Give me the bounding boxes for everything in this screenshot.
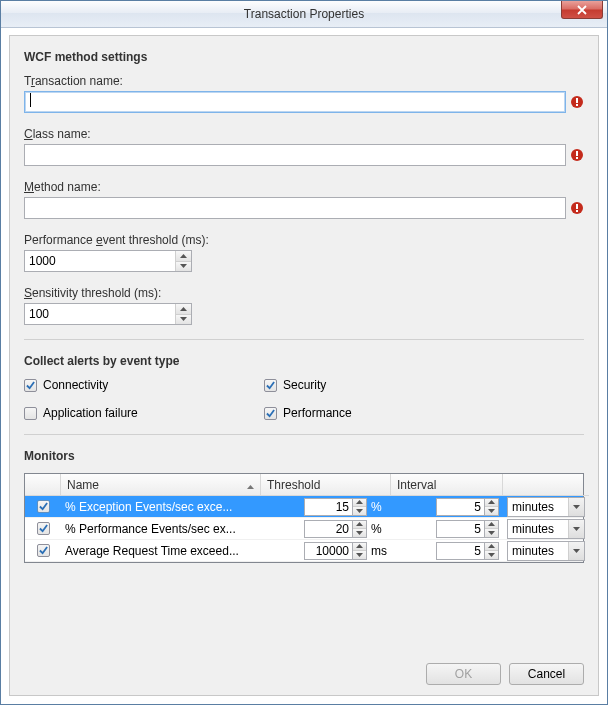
interval-unit-dropdown[interactable]: minutes bbox=[507, 497, 585, 517]
spin-down-button[interactable] bbox=[353, 528, 366, 537]
monitors-col-threshold[interactable]: Threshold bbox=[261, 474, 391, 496]
monitors-col-unit[interactable] bbox=[503, 474, 589, 496]
spin-down-button[interactable] bbox=[353, 550, 366, 559]
row-checkbox[interactable] bbox=[37, 500, 50, 513]
interval-spinner[interactable] bbox=[436, 520, 499, 538]
checkbox-label: Security bbox=[283, 378, 326, 392]
checkbox-box[interactable] bbox=[264, 379, 277, 392]
monitors-header-row: Name Threshold Interval bbox=[25, 474, 583, 496]
threshold-input[interactable] bbox=[304, 520, 352, 538]
monitors-table: Name Threshold Interval % Exception Even… bbox=[24, 473, 584, 563]
cancel-button[interactable]: Cancel bbox=[509, 663, 584, 685]
titlebar: Transaction Properties bbox=[1, 1, 607, 28]
dropdown-button[interactable] bbox=[568, 542, 584, 560]
separator bbox=[24, 434, 584, 435]
transaction-name-label: Transaction name: bbox=[24, 74, 584, 88]
interval-spinner[interactable] bbox=[436, 498, 499, 516]
transaction-name-input[interactable] bbox=[24, 91, 566, 113]
chevron-up-icon bbox=[356, 500, 363, 504]
checkbox-box[interactable] bbox=[24, 379, 37, 392]
spin-up-button[interactable] bbox=[176, 304, 191, 314]
chevron-down-icon bbox=[356, 531, 363, 535]
spin-down-button[interactable] bbox=[485, 550, 498, 559]
threshold-input[interactable] bbox=[304, 498, 352, 516]
threshold-spinner[interactable] bbox=[304, 542, 367, 560]
ok-button[interactable]: OK bbox=[426, 663, 501, 685]
spin-down-button[interactable] bbox=[176, 314, 191, 325]
class-name-input[interactable] bbox=[24, 144, 566, 166]
checkbox-label: Connectivity bbox=[43, 378, 108, 392]
sensitivity-threshold-input[interactable] bbox=[25, 304, 175, 324]
required-icon bbox=[570, 201, 584, 215]
interval-unit-value: minutes bbox=[508, 544, 568, 558]
interval-input[interactable] bbox=[436, 498, 484, 516]
spin-up-button[interactable] bbox=[176, 251, 191, 261]
interval-unit-value: minutes bbox=[508, 522, 568, 536]
spin-up-button[interactable] bbox=[485, 521, 498, 529]
row-name: Average Request Time exceed... bbox=[61, 540, 261, 561]
chevron-down-icon bbox=[573, 505, 580, 509]
threshold-input[interactable] bbox=[304, 542, 352, 560]
svg-rect-2 bbox=[576, 104, 578, 106]
required-icon bbox=[570, 95, 584, 109]
window-title: Transaction Properties bbox=[244, 7, 364, 21]
checkbox-performance[interactable]: Performance bbox=[264, 406, 584, 420]
checkbox-application-failure[interactable]: Application failure bbox=[24, 406, 264, 420]
sensitivity-threshold-label: Sensitivity threshold (ms): bbox=[24, 286, 584, 300]
perf-event-threshold-spinner[interactable] bbox=[24, 250, 192, 272]
spin-down-button[interactable] bbox=[485, 528, 498, 537]
threshold-spinner[interactable] bbox=[304, 498, 367, 516]
row-name: % Exception Events/sec exce... bbox=[61, 496, 261, 517]
section-alerts-heading: Collect alerts by event type bbox=[24, 354, 584, 368]
chevron-up-icon bbox=[488, 522, 495, 526]
interval-input[interactable] bbox=[436, 520, 484, 538]
spin-up-button[interactable] bbox=[353, 543, 366, 551]
monitors-col-interval[interactable]: Interval bbox=[391, 474, 503, 496]
close-button[interactable] bbox=[561, 1, 603, 19]
monitors-col-checkbox[interactable] bbox=[25, 474, 61, 496]
checkbox-connectivity[interactable]: Connectivity bbox=[24, 378, 264, 392]
table-row[interactable]: % Performance Events/sec ex...%minutes bbox=[25, 518, 583, 540]
checkbox-label: Performance bbox=[283, 406, 352, 420]
checkbox-security[interactable]: Security bbox=[264, 378, 584, 392]
threshold-spinner[interactable] bbox=[304, 520, 367, 538]
separator bbox=[24, 339, 584, 340]
interval-input[interactable] bbox=[436, 542, 484, 560]
interval-unit-dropdown[interactable]: minutes bbox=[507, 541, 585, 561]
row-checkbox[interactable] bbox=[37, 544, 50, 557]
sensitivity-threshold-spinner[interactable] bbox=[24, 303, 192, 325]
dropdown-button[interactable] bbox=[568, 520, 584, 538]
checkbox-label: Application failure bbox=[43, 406, 138, 420]
checkbox-box[interactable] bbox=[24, 407, 37, 420]
interval-unit-value: minutes bbox=[508, 500, 568, 514]
spin-up-button[interactable] bbox=[485, 543, 498, 551]
close-icon bbox=[577, 5, 587, 15]
spin-down-button[interactable] bbox=[485, 506, 498, 515]
threshold-unit: % bbox=[371, 522, 389, 536]
perf-event-threshold-input[interactable] bbox=[25, 251, 175, 271]
spin-down-button[interactable] bbox=[176, 261, 191, 272]
checkbox-box[interactable] bbox=[264, 407, 277, 420]
chevron-down-icon bbox=[356, 553, 363, 557]
interval-unit-dropdown[interactable]: minutes bbox=[507, 519, 585, 539]
spin-down-button[interactable] bbox=[353, 506, 366, 515]
dropdown-button[interactable] bbox=[568, 498, 584, 516]
chevron-down-icon bbox=[488, 531, 495, 535]
perf-event-threshold-label: Performance event threshold (ms): bbox=[24, 233, 584, 247]
svg-rect-8 bbox=[576, 210, 578, 212]
table-row[interactable]: Average Request Time exceed...msminutes bbox=[25, 540, 583, 562]
method-name-input[interactable] bbox=[24, 197, 566, 219]
threshold-unit: ms bbox=[371, 544, 389, 558]
section-wcf-heading: WCF method settings bbox=[24, 50, 584, 64]
dialog-content: WCF method settings Transaction name: Cl… bbox=[9, 35, 599, 696]
spin-up-button[interactable] bbox=[353, 499, 366, 507]
chevron-up-icon bbox=[488, 544, 495, 548]
interval-spinner[interactable] bbox=[436, 542, 499, 560]
table-row[interactable]: % Exception Events/sec exce...%minutes bbox=[25, 496, 583, 518]
chevron-up-icon bbox=[180, 254, 187, 258]
chevron-down-icon bbox=[573, 549, 580, 553]
row-checkbox[interactable] bbox=[37, 522, 50, 535]
monitors-col-name[interactable]: Name bbox=[61, 474, 261, 496]
spin-up-button[interactable] bbox=[485, 499, 498, 507]
spin-up-button[interactable] bbox=[353, 521, 366, 529]
